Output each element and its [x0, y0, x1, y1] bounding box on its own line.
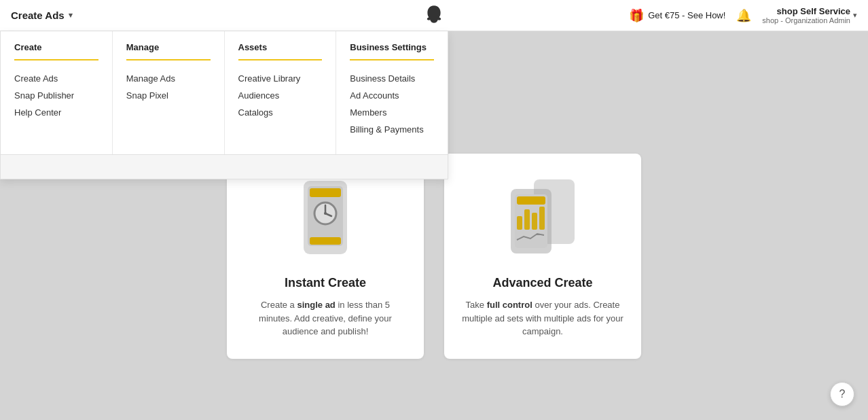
dropdown-menu: Create Create Ads Snap Publisher Help Ce…: [0, 31, 448, 179]
dropdown-item-create-ads[interactable]: Create Ads: [14, 70, 98, 87]
svg-rect-14: [532, 213, 537, 230]
dropdown-columns: Create Create Ads Snap Publisher Help Ce…: [1, 31, 448, 154]
instant-create-desc: Create a single ad in less than 5 minute…: [243, 298, 408, 338]
svg-rect-13: [524, 209, 530, 230]
svg-rect-11: [517, 196, 545, 205]
svg-rect-12: [517, 216, 522, 230]
dropdown-item-manage-ads[interactable]: Manage Ads: [126, 70, 211, 87]
header-center: [423, 3, 445, 28]
dropdown-item-ad-accounts[interactable]: Ad Accounts: [350, 87, 434, 104]
advanced-create-card[interactable]: Advanced Create Take full control over y…: [444, 154, 641, 359]
dropdown-item-business-details[interactable]: Business Details: [350, 70, 434, 87]
header: Create Ads ▾ 🎁 Get €75 - See How! 🔔 shop…: [0, 0, 868, 31]
dropdown-item-help-center[interactable]: Help Center: [14, 104, 98, 121]
dropdown-item-catalogs[interactable]: Catalogs: [238, 104, 323, 121]
advanced-create-illustration: [502, 174, 583, 262]
dropdown-col-assets: Assets Creative Library Audiences Catalo…: [225, 31, 337, 154]
user-role: shop - Organization Admin: [762, 16, 850, 24]
svg-rect-2: [310, 188, 341, 197]
dropdown-col-manage: Manage Manage Ads Snap Pixel: [113, 31, 225, 154]
instant-create-card[interactable]: Instant Create Create a single ad in les…: [227, 154, 424, 359]
instant-create-illustration: [285, 174, 366, 262]
snapchat-logo: [423, 3, 445, 25]
advanced-create-title: Advanced Create: [492, 276, 592, 290]
help-icon: ?: [839, 388, 846, 400]
svg-point-7: [324, 212, 327, 215]
dropdown-item-audiences[interactable]: Audiences: [238, 87, 323, 104]
dropdown-header-assets: Assets: [238, 42, 323, 60]
instant-create-title: Instant Create: [285, 276, 366, 290]
svg-rect-3: [310, 237, 341, 245]
dropdown-footer: [1, 154, 448, 179]
svg-rect-15: [539, 207, 545, 230]
bell-icon[interactable]: 🔔: [736, 8, 751, 23]
help-button[interactable]: ?: [830, 382, 854, 406]
promo-text: Get €75 - See How!: [648, 10, 725, 20]
dropdown-item-snap-publisher[interactable]: Snap Publisher: [14, 87, 98, 104]
gift-promo[interactable]: 🎁 Get €75 - See How!: [629, 8, 725, 23]
user-info[interactable]: shop Self Service shop - Organization Ad…: [762, 6, 857, 24]
dropdown-item-snap-pixel[interactable]: Snap Pixel: [126, 87, 211, 104]
user-chevron-icon: ▾: [853, 11, 857, 20]
dropdown-header-create: Create: [14, 42, 98, 60]
header-left: Create Ads ▾: [11, 10, 73, 21]
dropdown-col-create: Create Create Ads Snap Publisher Help Ce…: [1, 31, 113, 154]
dropdown-header-manage: Manage: [126, 42, 211, 60]
chevron-down-icon: ▾: [69, 11, 73, 20]
dropdown-header-business: Business Settings: [350, 42, 434, 60]
create-ads-button[interactable]: Create Ads ▾: [11, 10, 73, 21]
dropdown-col-business: Business Settings Business Details Ad Ac…: [336, 31, 448, 154]
user-text: shop Self Service shop - Organization Ad…: [762, 6, 850, 24]
dropdown-item-members[interactable]: Members: [350, 104, 434, 121]
user-name: shop Self Service: [762, 6, 850, 16]
header-right: 🎁 Get €75 - See How! 🔔 shop Self Service…: [629, 6, 857, 24]
cards-container: Instant Create Create a single ad in les…: [41, 154, 827, 359]
gift-icon: 🎁: [629, 8, 644, 23]
advanced-create-desc: Take full control over your ads. Create …: [460, 298, 625, 338]
dropdown-item-creative-library[interactable]: Creative Library: [238, 70, 323, 87]
create-ads-label: Create Ads: [11, 10, 65, 21]
dropdown-item-billing[interactable]: Billing & Payments: [350, 121, 434, 138]
